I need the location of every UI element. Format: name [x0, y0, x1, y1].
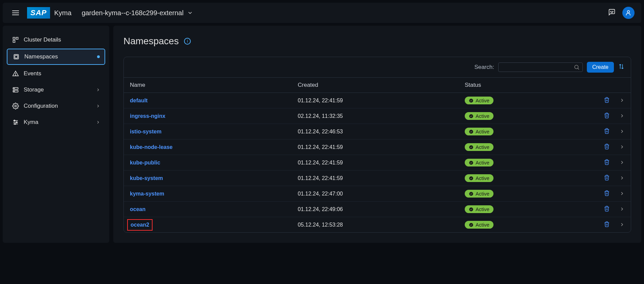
namespace-link[interactable]: kyma-system [130, 191, 164, 197]
delete-button[interactable] [604, 223, 610, 228]
chevron-right-icon[interactable] [619, 207, 625, 213]
info-icon[interactable]: i [184, 38, 191, 45]
status-badge: Active [465, 221, 493, 229]
sort-button[interactable] [618, 63, 625, 72]
svg-point-24 [469, 114, 473, 118]
namespace-link[interactable]: ocean2 [127, 219, 153, 231]
svg-point-13 [14, 91, 15, 92]
svg-point-26 [469, 145, 473, 149]
svg-point-20 [15, 123, 16, 124]
delete-button[interactable] [604, 176, 610, 182]
user-avatar[interactable] [622, 7, 635, 19]
sidebar-item-cluster-details[interactable]: Cluster Details [7, 32, 105, 47]
created-cell: 05.12.24, 12:53:28 [292, 217, 459, 233]
svg-point-14 [15, 105, 17, 107]
menu-toggle-icon[interactable] [9, 8, 22, 18]
created-cell: 01.12.24, 22:41:59 [292, 93, 459, 108]
table-row[interactable]: kube-public01.12.24, 22:41:59Active [124, 155, 631, 171]
sidebar-label: Storage [24, 86, 44, 93]
delete-button[interactable] [604, 98, 610, 104]
search-input[interactable] [501, 64, 574, 70]
delete-button[interactable] [604, 191, 610, 197]
svg-point-25 [469, 130, 473, 134]
table-row[interactable]: ocean01.12.24, 22:49:06Active [124, 202, 631, 217]
svg-point-19 [16, 122, 17, 123]
svg-point-27 [469, 161, 473, 165]
chevron-right-icon[interactable] [619, 114, 625, 120]
svg-line-22 [578, 68, 579, 69]
sidebar-label: Cluster Details [24, 36, 61, 43]
sidebar-label: Events [24, 70, 41, 77]
table-row[interactable]: kyma-system01.12.24, 22:47:00Active [124, 186, 631, 202]
delete-button[interactable] [604, 207, 610, 213]
svg-point-9 [15, 75, 16, 75]
sidebar-item-kyma[interactable]: Kyma [7, 115, 105, 130]
svg-rect-5 [13, 41, 15, 43]
chevron-right-icon[interactable] [619, 98, 625, 104]
gear-icon [12, 103, 20, 109]
created-cell: 01.12.24, 22:46:53 [292, 124, 459, 139]
create-button[interactable]: Create [587, 62, 614, 73]
table-row[interactable]: ocean205.12.24, 12:53:28Active [124, 217, 631, 233]
cluster-icon [12, 36, 20, 43]
app-header: SAP Kyma garden-kyma--c-168c299-external [3, 3, 641, 23]
col-created[interactable]: Created [292, 78, 459, 93]
search-icon [574, 64, 580, 70]
delete-button[interactable] [604, 145, 610, 151]
cluster-name: garden-kyma--c-168c299-external [82, 9, 183, 17]
svg-point-18 [14, 120, 15, 121]
table-row[interactable]: kube-system01.12.24, 22:41:59Active [124, 171, 631, 186]
main-content: Namespaces i Search: Create Name [113, 26, 641, 243]
table-row[interactable]: ingress-nginx02.12.24, 11:32:35Active [124, 108, 631, 124]
storage-icon [12, 86, 20, 93]
product-name: Kyma [54, 9, 71, 17]
created-cell: 01.12.24, 22:41:59 [292, 139, 459, 155]
svg-rect-7 [15, 55, 18, 58]
namespaces-icon [12, 53, 20, 60]
namespace-link[interactable]: default [130, 98, 147, 103]
status-badge: Active [465, 97, 493, 104]
chevron-right-icon[interactable] [619, 176, 625, 182]
namespace-link[interactable]: ocean [130, 206, 145, 212]
col-name[interactable]: Name [124, 78, 292, 93]
svg-rect-3 [13, 37, 15, 40]
namespace-link[interactable]: ingress-nginx [130, 113, 165, 119]
chevron-right-icon[interactable] [619, 223, 625, 228]
namespace-link[interactable]: istio-system [130, 129, 161, 134]
svg-point-28 [469, 176, 473, 180]
sidebar-item-events[interactable]: Events [7, 66, 105, 81]
table-row[interactable]: default01.12.24, 22:41:59Active [124, 93, 631, 108]
delete-button[interactable] [604, 114, 610, 120]
cluster-selector[interactable]: garden-kyma--c-168c299-external [82, 9, 193, 17]
status-badge: Active [465, 143, 493, 151]
active-indicator-icon [97, 55, 100, 58]
chevron-right-icon[interactable] [619, 191, 625, 197]
sidebar-item-configuration[interactable]: Configuration [7, 99, 105, 113]
chevron-right-icon[interactable] [619, 160, 625, 166]
page-title: Namespaces [123, 36, 179, 47]
chevron-right-icon[interactable] [619, 129, 625, 135]
feedback-icon[interactable] [608, 8, 616, 18]
svg-point-12 [14, 88, 15, 89]
status-badge: Active [465, 128, 493, 135]
table-toolbar: Search: Create [124, 57, 631, 78]
sap-logo: SAP [27, 7, 50, 19]
created-cell: 02.12.24, 11:32:35 [292, 108, 459, 124]
sidebar-label: Namespaces [24, 53, 58, 60]
sidebar-item-storage[interactable]: Storage [7, 82, 105, 97]
sidebar-label: Kyma [24, 119, 38, 126]
namespace-link[interactable]: kube-public [130, 160, 160, 165]
delete-button[interactable] [604, 129, 610, 135]
warning-icon [12, 70, 20, 77]
sidebar-label: Configuration [24, 103, 58, 109]
svg-point-23 [469, 99, 473, 103]
namespace-link[interactable]: kube-system [130, 175, 163, 181]
table-row[interactable]: istio-system01.12.24, 22:46:53Active [124, 124, 631, 139]
chevron-right-icon[interactable] [619, 145, 625, 151]
search-box[interactable] [498, 62, 583, 72]
namespace-link[interactable]: kube-node-lease [130, 144, 172, 150]
delete-button[interactable] [604, 160, 610, 166]
col-status[interactable]: Status [459, 78, 588, 93]
table-row[interactable]: kube-node-lease01.12.24, 22:41:59Active [124, 139, 631, 155]
sidebar-item-namespaces[interactable]: Namespaces [7, 49, 105, 65]
